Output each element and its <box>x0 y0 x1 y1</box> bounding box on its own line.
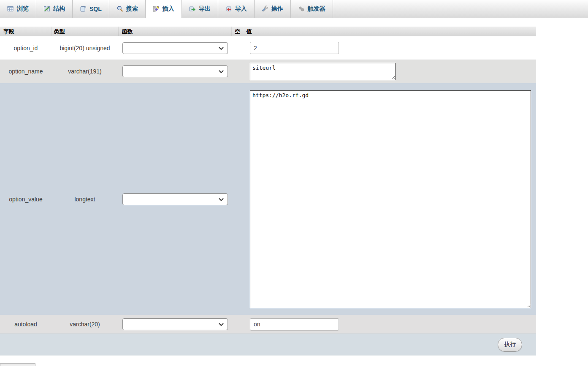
tab-label: 搜索 <box>126 5 138 13</box>
field-name-label: option_id <box>0 36 51 60</box>
form-footer: 执行 <box>0 333 536 355</box>
tab-label: 浏览 <box>17 5 29 13</box>
tab-operations[interactable]: 操作 <box>255 0 291 18</box>
tab-label: 结构 <box>53 5 65 13</box>
function-select[interactable] <box>122 65 228 77</box>
column-header-row: 字段 类型 函数 空 值 <box>0 27 536 36</box>
field-type-label: varchar(20) <box>51 315 118 333</box>
function-select[interactable] <box>122 42 228 54</box>
null-cell <box>231 36 243 60</box>
field-row-option-name: option_name varchar(191) siteurl <box>0 60 536 83</box>
tab-label: 操作 <box>271 5 283 13</box>
column-header-type: 类型 <box>51 27 118 36</box>
tab-label: 触发器 <box>308 5 325 13</box>
tab-export[interactable]: 导出 <box>182 0 218 18</box>
insert-form: 字段 类型 函数 空 值 option_id bigint(20) unsign… <box>0 27 588 366</box>
field-type-label: bigint(20) unsigned <box>51 36 118 60</box>
tab-label: 插入 <box>163 5 174 13</box>
search-icon <box>117 5 123 12</box>
null-cell <box>231 83 243 315</box>
field-type-label: varchar(191) <box>51 60 118 83</box>
field-row-option-id: option_id bigint(20) unsigned <box>0 36 536 60</box>
value-input-autoload[interactable] <box>250 318 339 331</box>
tab-label: 导入 <box>235 5 247 13</box>
field-row-option-value: option_value longtext https://h2o.rf.gd <box>0 83 536 315</box>
chevron-down-icon <box>219 195 224 203</box>
tab-triggers[interactable]: 触发器 <box>291 0 333 18</box>
field-row-autoload: autoload varchar(20) <box>0 315 536 333</box>
tab-browse[interactable]: 浏览 <box>0 0 36 18</box>
tab-sql[interactable]: SQL <box>73 0 109 18</box>
triggers-icon <box>298 5 305 12</box>
go-button[interactable]: 执行 <box>498 338 522 352</box>
chevron-down-icon <box>219 320 224 328</box>
value-input-option-id[interactable] <box>250 42 339 54</box>
column-header-field: 字段 <box>0 27 51 36</box>
table-tab-bar: 浏览 结构 SQL 搜索 插入 导出 导入 <box>0 0 588 18</box>
insert-row-icon <box>153 5 160 12</box>
field-type-label: longtext <box>51 83 118 315</box>
function-select[interactable] <box>122 318 228 330</box>
tab-import[interactable]: 导入 <box>218 0 255 18</box>
chevron-down-icon <box>219 68 224 75</box>
function-select[interactable] <box>122 193 228 205</box>
column-header-value: 值 <box>243 27 536 36</box>
tab-structure[interactable]: 结构 <box>36 0 73 18</box>
export-icon <box>189 5 196 12</box>
field-name-label: option_name <box>0 60 51 83</box>
browse-table-icon <box>7 5 14 12</box>
value-textarea-option-value[interactable]: https://h2o.rf.gd <box>250 90 531 308</box>
tab-search[interactable]: 搜索 <box>109 0 146 18</box>
tab-label: SQL <box>89 5 102 12</box>
tab-insert[interactable]: 插入 <box>146 0 182 18</box>
partial-select-bottom[interactable] <box>0 363 35 366</box>
tab-label: 导出 <box>199 5 211 13</box>
null-cell <box>231 315 243 333</box>
operations-wrench-icon <box>262 5 268 12</box>
null-cell <box>231 60 243 83</box>
import-icon <box>225 5 232 12</box>
column-header-null: 空 <box>231 27 243 36</box>
column-header-function: 函数 <box>118 27 231 36</box>
value-textarea-option-name[interactable]: siteurl <box>250 63 396 80</box>
field-name-label: autoload <box>0 315 51 333</box>
sql-scroll-icon <box>80 5 87 12</box>
structure-icon <box>43 5 50 12</box>
field-name-label: option_value <box>0 83 51 315</box>
chevron-down-icon <box>219 44 224 52</box>
insert-form-table: 字段 类型 函数 空 值 option_id bigint(20) unsign… <box>0 27 536 333</box>
